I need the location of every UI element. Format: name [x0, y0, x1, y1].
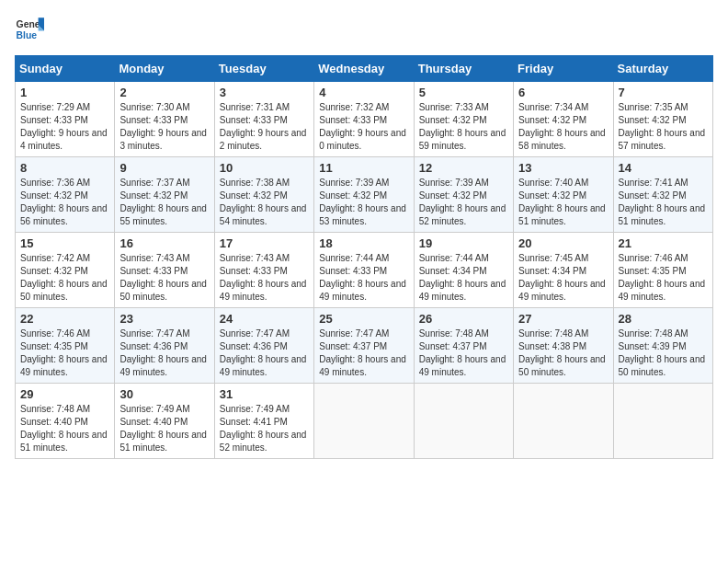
day-number: 27	[518, 312, 608, 326]
day-cell: 27Sunrise: 7:48 AM Sunset: 4:38 PM Dayli…	[514, 308, 613, 384]
week-row-2: 8Sunrise: 7:36 AM Sunset: 4:32 PM Daylig…	[16, 157, 713, 233]
day-number: 26	[419, 312, 508, 326]
day-info: Sunrise: 7:32 AM Sunset: 4:33 PM Dayligh…	[319, 101, 408, 153]
day-info: Sunrise: 7:29 AM Sunset: 4:33 PM Dayligh…	[20, 101, 109, 153]
day-number: 25	[319, 312, 408, 326]
day-cell	[414, 384, 513, 459]
header-cell-tuesday: Tuesday	[214, 56, 313, 82]
day-cell: 2Sunrise: 7:30 AM Sunset: 4:33 PM Daylig…	[115, 82, 214, 157]
day-number: 28	[619, 312, 708, 326]
day-number: 15	[20, 236, 109, 250]
day-cell: 8Sunrise: 7:36 AM Sunset: 4:32 PM Daylig…	[16, 157, 115, 233]
day-info: Sunrise: 7:40 AM Sunset: 4:32 PM Dayligh…	[518, 177, 608, 228]
day-number: 23	[119, 312, 209, 326]
day-number: 2	[119, 86, 209, 99]
day-number: 9	[119, 161, 209, 175]
day-info: Sunrise: 7:48 AM Sunset: 4:40 PM Dayligh…	[20, 403, 109, 454]
day-cell: 28Sunrise: 7:48 AM Sunset: 4:39 PM Dayli…	[613, 308, 712, 384]
day-cell: 12Sunrise: 7:39 AM Sunset: 4:32 PM Dayli…	[414, 157, 513, 233]
calendar-header: SundayMondayTuesdayWednesdayThursdayFrid…	[16, 56, 713, 82]
day-cell: 31Sunrise: 7:49 AM Sunset: 4:41 PM Dayli…	[214, 384, 313, 459]
day-cell: 24Sunrise: 7:47 AM Sunset: 4:36 PM Dayli…	[214, 308, 313, 384]
day-info: Sunrise: 7:48 AM Sunset: 4:39 PM Dayligh…	[619, 327, 708, 379]
header-cell-wednesday: Wednesday	[314, 56, 414, 82]
day-cell: 17Sunrise: 7:43 AM Sunset: 4:33 PM Dayli…	[214, 233, 313, 308]
day-number: 18	[319, 236, 408, 250]
day-info: Sunrise: 7:34 AM Sunset: 4:32 PM Dayligh…	[518, 101, 608, 153]
day-cell	[613, 384, 712, 459]
day-number: 16	[119, 236, 209, 250]
day-cell: 23Sunrise: 7:47 AM Sunset: 4:36 PM Dayli…	[115, 308, 214, 384]
day-info: Sunrise: 7:47 AM Sunset: 4:36 PM Dayligh…	[119, 327, 209, 379]
header-cell-friday: Friday	[514, 56, 613, 82]
day-info: Sunrise: 7:49 AM Sunset: 4:41 PM Dayligh…	[220, 403, 309, 454]
day-info: Sunrise: 7:31 AM Sunset: 4:33 PM Dayligh…	[220, 101, 309, 153]
day-number: 14	[619, 161, 708, 175]
day-info: Sunrise: 7:46 AM Sunset: 4:35 PM Dayligh…	[20, 327, 109, 379]
day-number: 10	[220, 161, 309, 175]
day-info: Sunrise: 7:43 AM Sunset: 4:33 PM Dayligh…	[119, 252, 209, 304]
day-cell: 9Sunrise: 7:37 AM Sunset: 4:32 PM Daylig…	[115, 157, 214, 233]
day-number: 3	[220, 86, 309, 99]
day-info: Sunrise: 7:42 AM Sunset: 4:32 PM Dayligh…	[20, 252, 109, 304]
day-cell: 16Sunrise: 7:43 AM Sunset: 4:33 PM Dayli…	[115, 233, 214, 308]
day-info: Sunrise: 7:39 AM Sunset: 4:32 PM Dayligh…	[419, 177, 508, 228]
day-number: 4	[319, 86, 408, 99]
week-row-5: 29Sunrise: 7:48 AM Sunset: 4:40 PM Dayli…	[16, 384, 713, 459]
day-number: 13	[518, 161, 608, 175]
day-cell: 3Sunrise: 7:31 AM Sunset: 4:33 PM Daylig…	[214, 82, 313, 157]
day-info: Sunrise: 7:41 AM Sunset: 4:32 PM Dayligh…	[619, 177, 708, 228]
day-cell: 18Sunrise: 7:44 AM Sunset: 4:33 PM Dayli…	[314, 233, 414, 308]
header-cell-monday: Monday	[115, 56, 214, 82]
day-number: 6	[518, 86, 608, 99]
week-row-3: 15Sunrise: 7:42 AM Sunset: 4:32 PM Dayli…	[16, 233, 713, 308]
day-number: 29	[20, 387, 109, 401]
day-cell: 26Sunrise: 7:48 AM Sunset: 4:37 PM Dayli…	[414, 308, 513, 384]
day-cell: 6Sunrise: 7:34 AM Sunset: 4:32 PM Daylig…	[514, 82, 613, 157]
calendar-table: SundayMondayTuesdayWednesdayThursdayFrid…	[15, 55, 713, 459]
logo-icon: General Blue	[15, 15, 44, 44]
day-cell: 4Sunrise: 7:32 AM Sunset: 4:33 PM Daylig…	[314, 82, 414, 157]
day-number: 8	[20, 161, 109, 175]
day-cell: 10Sunrise: 7:38 AM Sunset: 4:32 PM Dayli…	[214, 157, 313, 233]
day-info: Sunrise: 7:47 AM Sunset: 4:37 PM Dayligh…	[319, 327, 408, 379]
day-cell: 25Sunrise: 7:47 AM Sunset: 4:37 PM Dayli…	[314, 308, 414, 384]
day-info: Sunrise: 7:44 AM Sunset: 4:33 PM Dayligh…	[319, 252, 408, 304]
day-cell: 30Sunrise: 7:49 AM Sunset: 4:40 PM Dayli…	[115, 384, 214, 459]
header-cell-thursday: Thursday	[414, 56, 513, 82]
day-number: 22	[20, 312, 109, 326]
day-info: Sunrise: 7:37 AM Sunset: 4:32 PM Dayligh…	[119, 177, 209, 228]
header-cell-saturday: Saturday	[613, 56, 712, 82]
day-number: 21	[619, 236, 708, 250]
day-cell: 1Sunrise: 7:29 AM Sunset: 4:33 PM Daylig…	[16, 82, 115, 157]
week-row-1: 1Sunrise: 7:29 AM Sunset: 4:33 PM Daylig…	[16, 82, 713, 157]
day-info: Sunrise: 7:33 AM Sunset: 4:32 PM Dayligh…	[419, 101, 508, 153]
day-number: 20	[518, 236, 608, 250]
day-info: Sunrise: 7:38 AM Sunset: 4:32 PM Dayligh…	[220, 177, 309, 228]
day-number: 31	[220, 387, 309, 401]
day-cell: 7Sunrise: 7:35 AM Sunset: 4:32 PM Daylig…	[613, 82, 712, 157]
header-row: SundayMondayTuesdayWednesdayThursdayFrid…	[16, 56, 713, 82]
day-info: Sunrise: 7:45 AM Sunset: 4:34 PM Dayligh…	[518, 252, 608, 304]
day-info: Sunrise: 7:36 AM Sunset: 4:32 PM Dayligh…	[20, 177, 109, 228]
day-number: 11	[319, 161, 408, 175]
day-cell: 14Sunrise: 7:41 AM Sunset: 4:32 PM Dayli…	[613, 157, 712, 233]
day-cell: 19Sunrise: 7:44 AM Sunset: 4:34 PM Dayli…	[414, 233, 513, 308]
header-cell-sunday: Sunday	[16, 56, 115, 82]
day-cell: 13Sunrise: 7:40 AM Sunset: 4:32 PM Dayli…	[514, 157, 613, 233]
day-number: 30	[119, 387, 209, 401]
day-number: 17	[220, 236, 309, 250]
day-info: Sunrise: 7:47 AM Sunset: 4:36 PM Dayligh…	[220, 327, 309, 379]
day-cell: 15Sunrise: 7:42 AM Sunset: 4:32 PM Dayli…	[16, 233, 115, 308]
day-info: Sunrise: 7:48 AM Sunset: 4:37 PM Dayligh…	[419, 327, 508, 379]
day-cell: 5Sunrise: 7:33 AM Sunset: 4:32 PM Daylig…	[414, 82, 513, 157]
day-cell: 20Sunrise: 7:45 AM Sunset: 4:34 PM Dayli…	[514, 233, 613, 308]
day-info: Sunrise: 7:35 AM Sunset: 4:32 PM Dayligh…	[619, 101, 708, 153]
day-cell: 22Sunrise: 7:46 AM Sunset: 4:35 PM Dayli…	[16, 308, 115, 384]
day-info: Sunrise: 7:44 AM Sunset: 4:34 PM Dayligh…	[419, 252, 508, 304]
logo: General Blue	[15, 15, 44, 44]
svg-text:Blue: Blue	[17, 30, 38, 40]
day-cell: 11Sunrise: 7:39 AM Sunset: 4:32 PM Dayli…	[314, 157, 414, 233]
week-row-4: 22Sunrise: 7:46 AM Sunset: 4:35 PM Dayli…	[16, 308, 713, 384]
day-number: 12	[419, 161, 508, 175]
